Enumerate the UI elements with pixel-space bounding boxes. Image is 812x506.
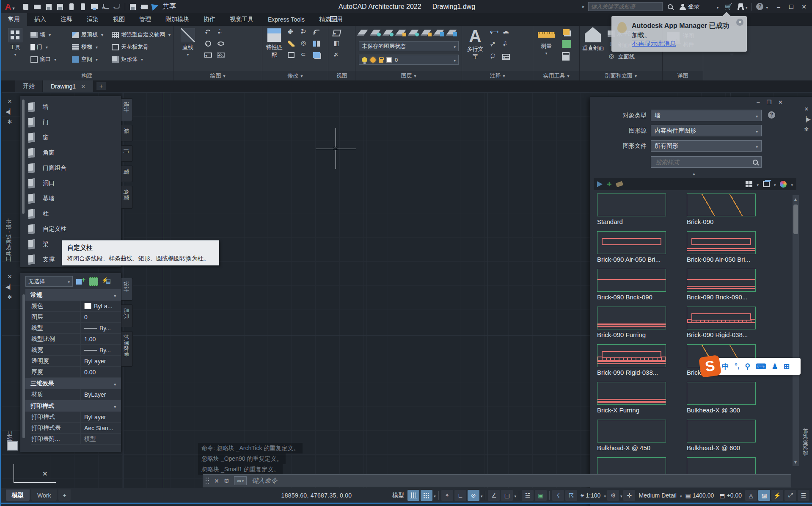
- autodesk-logo-icon[interactable]: [738, 3, 744, 10]
- grid-display-toggle[interactable]: [407, 490, 419, 501]
- property-row[interactable]: 线宽By...: [31, 345, 121, 356]
- roof-slab-tool[interactable]: 屋顶板: [72, 29, 103, 40]
- explode-tool[interactable]: [287, 51, 295, 59]
- color-wheel-icon[interactable]: [780, 181, 787, 188]
- search-expand-icon[interactable]: ▸: [582, 4, 585, 9]
- ribbon-tab[interactable]: 常用: [1, 13, 27, 26]
- ribbon-tab[interactable]: 视图: [106, 13, 132, 26]
- palette-tab[interactable]: 窗: [121, 166, 133, 182]
- ceiling-grid-tool[interactable]: 天花板龙骨: [112, 41, 171, 53]
- quick-select-icon[interactable]: [562, 28, 570, 36]
- browser-close-icon[interactable]: ✕: [778, 99, 783, 105]
- style-item[interactable]: Brick-X Furring: [597, 382, 683, 414]
- dynamic-input-toggle[interactable]: ⌖: [441, 490, 453, 501]
- ribbon-tools-toggle[interactable]: [330, 15, 341, 23]
- preview-3d-icon[interactable]: [763, 181, 770, 187]
- panel-label-draw[interactable]: 绘图: [173, 71, 262, 80]
- open-file-icon[interactable]: [33, 3, 41, 10]
- panel-label-layers[interactable]: 图层: [355, 71, 462, 80]
- palette-tool-item[interactable]: 角窗: [20, 145, 121, 160]
- browser-help-icon[interactable]: ?: [768, 111, 775, 119]
- style-search-input[interactable]: [655, 158, 753, 166]
- door-tool[interactable]: 门: [30, 41, 56, 53]
- new-layout-button[interactable]: +: [58, 489, 70, 501]
- customization-menu-icon[interactable]: ☰: [798, 490, 809, 501]
- table-tool[interactable]: [502, 53, 510, 61]
- panel-label-view[interactable]: 视图: [328, 71, 355, 80]
- cut-plane-button[interactable]: ▤ 1400.00: [683, 490, 716, 501]
- plot-icon[interactable]: [91, 3, 98, 10]
- ribbon-tab[interactable]: Express Tools: [261, 13, 312, 26]
- property-group-header[interactable]: 常规: [25, 289, 121, 301]
- workspace-icon[interactable]: [129, 3, 137, 10]
- property-group-header[interactable]: 三维效果: [25, 378, 121, 389]
- offset-tool[interactable]: [300, 40, 308, 47]
- polar-tracking-toggle[interactable]: ⊘: [468, 490, 479, 501]
- file-dropdown[interactable]: 所有图形: [651, 140, 762, 152]
- dimension-tool[interactable]: [489, 28, 498, 36]
- point-tool[interactable]: [217, 28, 225, 36]
- add-style-icon[interactable]: +: [607, 181, 612, 187]
- osnap-dropdown-icon[interactable]: [514, 492, 516, 499]
- toggle-pickadd-icon[interactable]: [76, 277, 85, 286]
- selection-cycling-toggle[interactable]: ▣: [535, 490, 547, 501]
- annotation-scale-button[interactable]: ⚹ 1:100: [578, 490, 603, 501]
- ime-keyboard-icon[interactable]: ⌨: [756, 362, 766, 371]
- polar-dropdown-icon[interactable]: [481, 492, 483, 499]
- property-row[interactable]: 厚度0.00: [31, 367, 121, 378]
- vertical-section-big-button[interactable]: 垂直剖面: [581, 28, 605, 52]
- search-icon[interactable]: [668, 4, 673, 9]
- help-icon[interactable]: ?: [756, 3, 763, 10]
- osnap-toggle[interactable]: ▢: [501, 490, 513, 501]
- recent-commands-icon[interactable]: ▭: [234, 476, 247, 485]
- elevation-line-tool[interactable]: 立面线: [608, 51, 639, 62]
- new-drawing-tab-button[interactable]: +: [96, 82, 106, 90]
- undo-icon[interactable]: [102, 3, 110, 10]
- palette-tool-item[interactable]: 洞口: [20, 176, 121, 191]
- circle-tool[interactable]: [204, 40, 212, 47]
- window-tool[interactable]: 窗口: [30, 54, 56, 65]
- browser-restore-icon[interactable]: ❐: [766, 99, 771, 105]
- style-item[interactable]: Bulkhead-X @ 450: [597, 420, 683, 451]
- layer-dropdown[interactable]: 0: [359, 55, 459, 65]
- snap-dropdown-icon[interactable]: [434, 492, 436, 499]
- palette-tab[interactable]: 墙: [121, 125, 133, 141]
- save-as-icon[interactable]: [56, 3, 64, 10]
- hatch-toggle[interactable]: ▨: [758, 490, 770, 501]
- ime-skin-icon[interactable]: ♟: [772, 362, 778, 371]
- match-properties-big-button[interactable]: 特性匹配: [264, 28, 284, 59]
- browser-panel-autohide-icon[interactable]: ▕▶: [802, 116, 811, 122]
- ribbon-tab[interactable]: 插入: [27, 13, 53, 26]
- properties-display-icon[interactable]: [7, 441, 18, 451]
- property-row[interactable]: 图层0: [31, 312, 121, 323]
- layer-match-icon[interactable]: [448, 28, 457, 36]
- signin-dropdown-icon[interactable]: [717, 3, 719, 11]
- move-tool[interactable]: [287, 28, 295, 36]
- isodraft-toggle[interactable]: ∠: [488, 490, 500, 501]
- style-item[interactable]: Brick-090 Brick-090: [597, 269, 683, 301]
- panel-label-annotate[interactable]: 注释: [462, 71, 533, 80]
- thumbnail-view-dropdown-icon[interactable]: [757, 180, 759, 188]
- browser-panel-settings-icon[interactable]: ✻: [804, 126, 809, 133]
- style-browser-title[interactable]: 样式浏览器: [801, 429, 809, 456]
- palette-tool-item[interactable]: 门: [20, 115, 121, 130]
- mirror-tool[interactable]: [312, 40, 321, 47]
- ime-language-icon[interactable]: 中: [722, 362, 729, 371]
- ortho-toggle[interactable]: ∟: [454, 490, 466, 501]
- layer-lock-icon[interactable]: [422, 28, 432, 36]
- panel-label-modify[interactable]: 修改: [262, 71, 328, 80]
- properties-tab[interactable]: 显示: [121, 304, 133, 327]
- line-big-button[interactable]: 直线: [177, 28, 199, 57]
- panel-label-detail[interactable]: 详图: [663, 71, 703, 80]
- model-layout-tab[interactable]: 模型: [6, 489, 30, 501]
- palette-tool-item[interactable]: 柱: [20, 206, 121, 221]
- properties-close-icon[interactable]: ✕: [8, 274, 12, 280]
- lineweight-toggle[interactable]: ☱: [522, 490, 534, 501]
- properties-tab[interactable]: 扩展数据: [121, 331, 133, 367]
- rotate-tool[interactable]: [300, 28, 308, 36]
- wall-tool[interactable]: 墙: [30, 29, 56, 40]
- layer-freeze-icon[interactable]: [397, 28, 406, 36]
- user-icon[interactable]: [680, 4, 685, 10]
- palette-tool-item[interactable]: 自定义柱: [20, 221, 121, 237]
- qat-customize-icon[interactable]: [140, 3, 148, 10]
